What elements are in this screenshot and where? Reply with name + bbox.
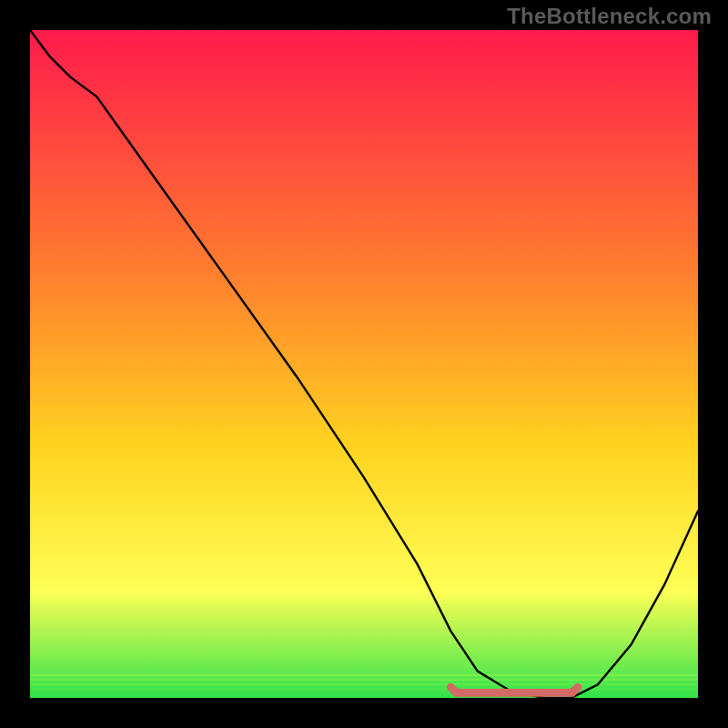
plot-background	[30, 30, 698, 698]
watermark-text: TheBottleneck.com	[507, 4, 712, 29]
chart-svg	[0, 0, 728, 728]
chart-frame: TheBottleneck.com	[0, 0, 728, 728]
